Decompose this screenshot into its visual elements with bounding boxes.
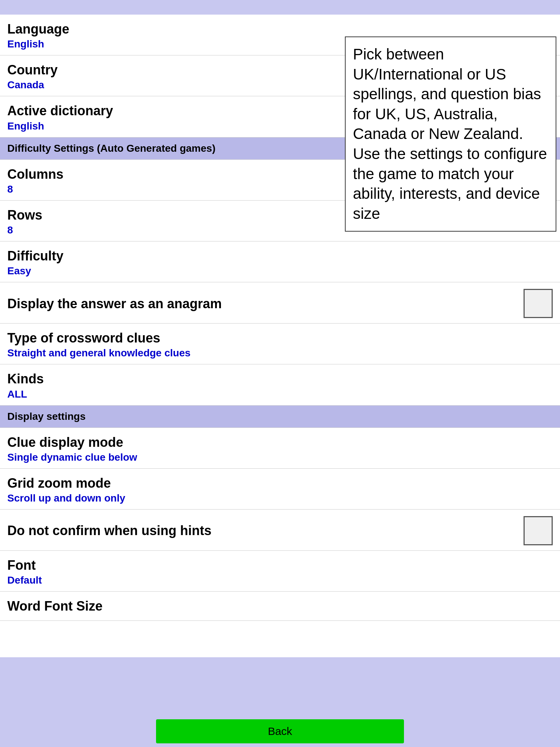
language-row[interactable]: Language English Pick between UK/Interna… <box>0 15 560 55</box>
type-of-clues-row[interactable]: Type of crossword clues Straight and gen… <box>0 324 560 364</box>
word-font-size-label: Word Font Size <box>7 598 553 614</box>
display-settings-header: Display settings <box>0 406 560 428</box>
font-row[interactable]: Font Default <box>0 551 560 592</box>
bottom-spacer <box>0 621 560 657</box>
font-value: Default <box>7 574 553 586</box>
difficulty-value: Easy <box>7 265 553 277</box>
kinds-row[interactable]: Kinds ALL <box>0 364 560 405</box>
back-button[interactable]: Back <box>156 719 404 743</box>
display-settings-header-text: Display settings <box>7 411 553 422</box>
tooltip-box: Pick between UK/International or US spel… <box>345 36 556 232</box>
type-of-clues-value: Straight and general knowledge clues <box>7 347 553 359</box>
grid-zoom-mode-label: Grid zoom mode <box>7 475 553 491</box>
settings-container: Language English Pick between UK/Interna… <box>0 15 560 657</box>
grid-zoom-mode-value: Scroll up and down only <box>7 492 553 504</box>
top-bar <box>0 0 560 15</box>
confirm-hints-label: Do not confirm when using hints <box>7 523 524 538</box>
back-button-bar: Back <box>0 716 560 747</box>
kinds-value: ALL <box>7 388 553 400</box>
display-anagram-row[interactable]: Display the answer as an anagram <box>0 282 560 324</box>
tooltip-text: Pick between UK/International or US spel… <box>353 46 547 222</box>
confirm-hints-checkbox[interactable] <box>524 516 553 545</box>
font-label: Font <box>7 557 553 573</box>
word-font-size-row[interactable]: Word Font Size <box>0 592 560 621</box>
kinds-label: Kinds <box>7 371 553 387</box>
grid-zoom-mode-row[interactable]: Grid zoom mode Scroll up and down only <box>0 469 560 510</box>
type-of-clues-label: Type of crossword clues <box>7 330 553 346</box>
clue-display-mode-label: Clue display mode <box>7 434 553 450</box>
display-anagram-checkbox[interactable] <box>524 289 553 318</box>
difficulty-label: Difficulty <box>7 248 553 264</box>
display-anagram-label: Display the answer as an anagram <box>7 296 524 311</box>
confirm-hints-row[interactable]: Do not confirm when using hints <box>0 510 560 551</box>
clue-display-mode-value: Single dynamic clue below <box>7 452 553 463</box>
clue-display-mode-row[interactable]: Clue display mode Single dynamic clue be… <box>0 428 560 469</box>
language-label: Language <box>7 21 553 37</box>
difficulty-row[interactable]: Difficulty Easy <box>0 241 560 282</box>
